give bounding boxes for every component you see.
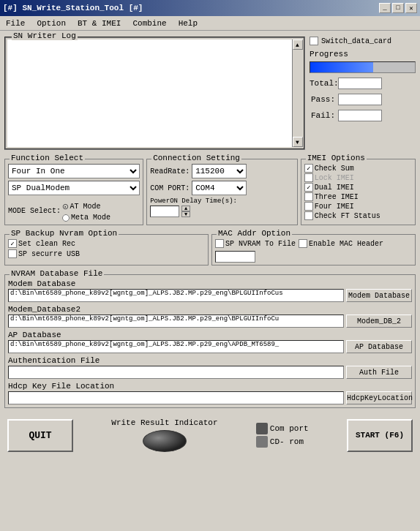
hdcp-btn[interactable]: HdcpKeyLocation bbox=[346, 391, 412, 404]
ap-db-path: d:\Bin\mt6589_phone_k89v2[wgntg_om]_ALPS… bbox=[8, 340, 344, 353]
modem-db2-input-row: d:\Bin\mt6589_phone_k89v2[wgntg_om]_ALPS… bbox=[8, 315, 412, 328]
meta-mode-radio[interactable] bbox=[62, 214, 70, 222]
log-inner: ▲ ▼ bbox=[7, 39, 302, 147]
modem-db-input-row: d:\Bin\mt6589_phone_k89v2[wgntg_om]_ALPS… bbox=[8, 289, 412, 302]
lockimei-label: Lock IMEI bbox=[315, 174, 354, 182]
ap-db-label: AP Database bbox=[8, 331, 412, 339]
pass-label: Pass: bbox=[310, 95, 335, 104]
scroll-down-btn[interactable]: ▼ bbox=[293, 137, 303, 147]
hdcp-input[interactable] bbox=[8, 391, 344, 404]
fourimei-checkbox[interactable] bbox=[304, 202, 313, 211]
imei-options-group: IMEI Options Check Sum Lock IMEI Dual IM… bbox=[301, 159, 416, 225]
sp-backup-title: SP Backup Nvram Option bbox=[10, 229, 119, 238]
write-result-label: Write Result Indicator bbox=[111, 418, 217, 427]
checksum-checkbox[interactable] bbox=[304, 164, 313, 173]
function-dropdown1[interactable]: Four In One bbox=[8, 164, 140, 178]
enablemac-row: Enable MAC Header bbox=[299, 239, 383, 248]
sp-backup-group: SP Backup Nvram Option Set clean Rec SP … bbox=[4, 234, 209, 266]
write-result-indicator bbox=[143, 430, 187, 452]
mode-select-row: MODE Select: ⊙ AT Mode Meta Mode bbox=[8, 200, 140, 222]
comport-row: COM PORT: COM4 bbox=[150, 181, 294, 195]
spnvram-label: SP NVRAM To File bbox=[225, 240, 296, 248]
bottom-section: QUIT Write Result Indicator Com port CD-… bbox=[4, 415, 416, 455]
mid-section: Function Select Four In One SP DualModem… bbox=[4, 153, 416, 225]
spnvram-checkbox[interactable] bbox=[215, 239, 224, 248]
fail-label: Fail: bbox=[310, 111, 335, 120]
quit-button[interactable]: QUIT bbox=[7, 419, 73, 452]
imei-options-title: IMEI Options bbox=[306, 154, 367, 162]
auth-file-input-row: Auth File bbox=[8, 366, 412, 379]
close-button[interactable]: ✕ bbox=[405, 3, 417, 13]
at-mode-icon: ⊙ bbox=[62, 200, 68, 213]
com-port-row: Com port bbox=[256, 423, 309, 434]
scroll-up-btn[interactable]: ▲ bbox=[293, 39, 303, 50]
function-select-group: Function Select Four In One SP DualModem… bbox=[4, 159, 143, 225]
nvram-group: NVRAM Database File Modem Database d:\Bi… bbox=[4, 274, 416, 408]
enablemac-label: Enable MAC Header bbox=[309, 240, 383, 248]
cd-rom-label: CD- rom bbox=[270, 437, 304, 446]
meta-mode-label: Meta Mode bbox=[71, 214, 110, 222]
readrate-select[interactable]: 115200 bbox=[192, 164, 247, 178]
start-button[interactable]: START (F6) bbox=[347, 419, 413, 452]
switch-data-card-label: Switch_data_card bbox=[321, 37, 391, 45]
ap-db-btn[interactable]: AP Database bbox=[346, 340, 412, 353]
fourimei-label: Four IMEI bbox=[315, 203, 354, 211]
lockimei-checkbox[interactable] bbox=[304, 173, 313, 182]
dualimei-label: Dual IMEI bbox=[315, 184, 354, 192]
dualimei-row: Dual IMEI bbox=[304, 183, 412, 192]
auth-file-row: Authentication File Auth File bbox=[8, 356, 412, 379]
auth-file-btn[interactable]: Auth File bbox=[346, 366, 412, 379]
threeimei-checkbox[interactable] bbox=[304, 192, 313, 201]
poweron-input-row: ▲ ▼ bbox=[150, 206, 294, 217]
checkft-checkbox[interactable] bbox=[304, 211, 313, 220]
maximize-button[interactable]: □ bbox=[392, 3, 404, 13]
menu-help[interactable]: Help bbox=[176, 18, 200, 29]
menu-option[interactable]: Option bbox=[34, 18, 69, 29]
comport-select[interactable]: COM4 bbox=[192, 181, 247, 195]
poweron-input[interactable] bbox=[150, 206, 179, 217]
modem-db2-row: Modem_Database2 d:\Bin\mt6589_phone_k89v… bbox=[8, 305, 412, 328]
function-select-title: Function Select bbox=[10, 154, 85, 162]
backup-mac-section: SP Backup Nvram Option Set clean Rec SP … bbox=[4, 228, 416, 266]
fail-row: Fail: bbox=[310, 110, 416, 121]
threeimei-label: Three IMEI bbox=[315, 193, 359, 201]
at-mode-label: AT Mode bbox=[70, 203, 100, 211]
poweron-up-btn[interactable]: ▲ bbox=[181, 206, 190, 211]
poweron-down-btn[interactable]: ▼ bbox=[181, 211, 190, 217]
modem-db-btn[interactable]: Modem Database bbox=[346, 289, 412, 302]
pass-row: Pass: bbox=[310, 94, 416, 105]
top-section: SN Writer Log ▲ ▼ Switch_data_card Progr… bbox=[4, 37, 416, 150]
progress-bar-container bbox=[310, 61, 416, 73]
hdcp-label: Hdcp Key File Location bbox=[8, 382, 412, 391]
log-textarea[interactable] bbox=[7, 39, 292, 147]
dualimei-checkbox[interactable] bbox=[304, 183, 313, 192]
connection-setting-group: Connection Setting ReadRate: 115200 COM … bbox=[146, 159, 298, 225]
menu-bar: File Option BT & IMEI Combine Help bbox=[0, 16, 420, 31]
auth-file-input[interactable] bbox=[8, 366, 344, 379]
switch-data-card-checkbox[interactable] bbox=[310, 37, 318, 45]
total-input[interactable] bbox=[338, 78, 382, 89]
menu-combine[interactable]: Combine bbox=[130, 18, 169, 29]
spnvram-row: SP NVRAM To File bbox=[215, 239, 296, 248]
log-scrollbar: ▲ ▼ bbox=[292, 39, 302, 147]
modem-db2-btn[interactable]: Modem_DB_2 bbox=[346, 315, 412, 328]
spsecure-checkbox[interactable] bbox=[8, 249, 17, 258]
mac-input[interactable] bbox=[215, 251, 255, 263]
menu-file[interactable]: File bbox=[3, 18, 28, 29]
mac-options-row: SP NVRAM To File Enable MAC Header bbox=[215, 239, 412, 263]
modem-db2-label: Modem_Database2 bbox=[8, 305, 412, 314]
setclean-checkbox[interactable] bbox=[8, 239, 17, 248]
modem-db-label: Modem Database bbox=[8, 279, 412, 288]
minimize-button[interactable]: _ bbox=[379, 3, 391, 13]
enablemac-checkbox[interactable] bbox=[299, 239, 307, 248]
menu-bt-imei[interactable]: BT & IMEI bbox=[75, 18, 124, 29]
cd-rom-icon bbox=[256, 436, 268, 448]
fail-input[interactable] bbox=[338, 110, 382, 121]
com-port-section: Com port CD- rom bbox=[256, 423, 309, 448]
at-mode-row: ⊙ AT Mode bbox=[62, 200, 110, 213]
checkft-row: Check FT Status bbox=[304, 211, 412, 220]
progress-label: Progress bbox=[310, 50, 416, 59]
readrate-row: ReadRate: 115200 bbox=[150, 164, 294, 178]
function-dropdown2[interactable]: SP DualModem bbox=[8, 181, 140, 195]
pass-input[interactable] bbox=[338, 94, 382, 105]
